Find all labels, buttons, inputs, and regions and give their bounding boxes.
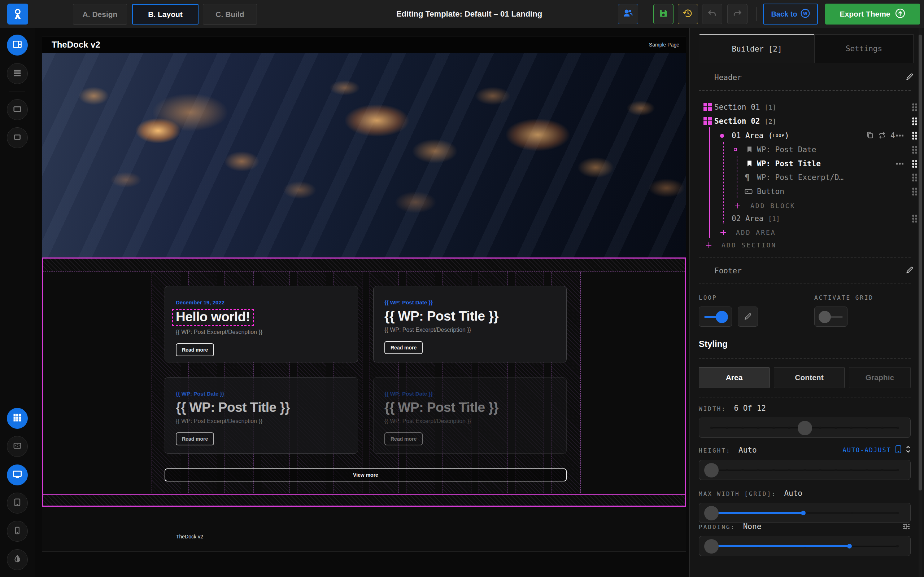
site-nav-link[interactable]: Sample Page bbox=[649, 42, 679, 48]
tree-row-footer[interactable]: Footer bbox=[690, 265, 924, 277]
post-date[interactable]: {{ WP: Post Date }} bbox=[176, 390, 347, 397]
height-slider[interactable] bbox=[699, 460, 911, 480]
post-title-selection-outline[interactable]: Hello world! bbox=[172, 309, 254, 326]
post-card[interactable]: {{ WP: Post Date }} {{ WP: Post Title }}… bbox=[373, 286, 567, 363]
export-theme-button[interactable]: Export Theme bbox=[825, 3, 920, 24]
tree-row-post-excerpt[interactable]: ¶ WP: Post Excerpt/D… bbox=[690, 171, 924, 184]
more-options-icon[interactable] bbox=[895, 135, 903, 137]
padding-slider[interactable] bbox=[699, 536, 911, 556]
styling-tab-graphic[interactable]: Graphic bbox=[849, 367, 911, 388]
panel-scrollbar-thumb[interactable] bbox=[919, 35, 922, 490]
drag-handle-icon[interactable] bbox=[912, 117, 917, 126]
padding-value: None bbox=[743, 522, 762, 531]
sidebar-desktop-preview-button[interactable] bbox=[7, 464, 28, 485]
tree-row-post-title-selected[interactable]: WP: Post Title bbox=[690, 158, 924, 170]
post-excerpt[interactable]: {{ WP: Post Excerpt/Description }} bbox=[384, 418, 556, 424]
post-card[interactable]: December 19, 2022 Hello world! {{ WP: Po… bbox=[165, 286, 358, 363]
tree-row-header[interactable]: Header bbox=[690, 71, 924, 84]
slider-fill-dot[interactable] bbox=[801, 511, 806, 515]
post-title[interactable]: {{ WP: Post Title }} bbox=[384, 309, 556, 324]
copy-icon[interactable] bbox=[866, 131, 874, 141]
sidebar-tablet-preview-button[interactable] bbox=[7, 493, 28, 514]
post-excerpt[interactable]: {{ WP: Post Excerpt/Description }} bbox=[384, 327, 556, 333]
section-02-selected[interactable]: December 19, 2022 Hello world! {{ WP: Po… bbox=[42, 258, 686, 507]
pencil-icon[interactable] bbox=[905, 266, 914, 276]
slider-knob[interactable] bbox=[704, 463, 719, 477]
slider-knob[interactable] bbox=[798, 421, 812, 435]
more-options-icon[interactable] bbox=[895, 163, 903, 165]
tree-row-area-01[interactable]: 01 Area (LOOP) 4 bbox=[690, 129, 924, 142]
sidebar-layout-view-button[interactable] bbox=[7, 35, 28, 56]
drag-handle-icon[interactable] bbox=[912, 160, 917, 168]
sidebar-grid-toggle-button[interactable] bbox=[7, 408, 28, 429]
post-excerpt[interactable]: {{ WP: Post Excerpt/Description }} bbox=[176, 329, 347, 335]
post-title[interactable]: {{ WP: Post Title }} bbox=[176, 400, 347, 415]
save-button[interactable] bbox=[653, 4, 674, 24]
drag-handle-icon[interactable] bbox=[912, 187, 917, 196]
read-more-button[interactable]: Read more bbox=[176, 343, 214, 356]
tree-row-area-02[interactable]: 02 Area [1] bbox=[690, 213, 924, 225]
site-title[interactable]: TheDock v2 bbox=[52, 40, 100, 50]
add-block-button[interactable]: ADD BLOCK bbox=[690, 200, 924, 212]
sidebar-frame-box-button[interactable] bbox=[7, 127, 28, 148]
pencil-icon[interactable] bbox=[905, 73, 914, 82]
width-slider[interactable] bbox=[699, 417, 911, 438]
tab-build[interactable]: C. Build bbox=[203, 4, 257, 24]
collaborators-button[interactable] bbox=[618, 4, 638, 24]
post-title-selected[interactable]: Hello world! bbox=[176, 309, 347, 326]
add-area-button[interactable]: ADD AREA bbox=[690, 226, 924, 239]
slider-fill-dot[interactable] bbox=[847, 544, 852, 548]
sidebar-fit-view-button[interactable] bbox=[7, 436, 28, 457]
post-date[interactable]: {{ WP: Post Date }} bbox=[384, 390, 556, 397]
post-date[interactable]: December 19, 2022 bbox=[176, 299, 347, 305]
read-more-button[interactable]: Read more bbox=[384, 432, 423, 445]
auto-adjust-control[interactable]: AUTO-ADJUST bbox=[842, 445, 911, 455]
back-to-wordpress-button[interactable]: Back to W bbox=[763, 3, 818, 24]
filter-sliders-icon[interactable] bbox=[902, 522, 911, 532]
toggle-knob[interactable] bbox=[716, 311, 728, 323]
tree-row-section-01[interactable]: Section 01 [1] bbox=[690, 101, 924, 113]
add-section-button[interactable]: ADD SECTION bbox=[690, 239, 924, 251]
thedock-logo-icon[interactable] bbox=[7, 3, 28, 24]
drag-handle-icon[interactable] bbox=[912, 103, 917, 111]
panel-tab-settings[interactable]: Settings bbox=[814, 34, 914, 63]
sidebar-contrast-button[interactable] bbox=[7, 549, 28, 570]
post-date[interactable]: {{ WP: Post Date }} bbox=[384, 299, 556, 305]
slider-knob[interactable] bbox=[704, 506, 719, 521]
post-card[interactable]: {{ WP: Post Date }} {{ WP: Post Title }}… bbox=[373, 377, 567, 454]
loop-icon[interactable] bbox=[878, 131, 886, 141]
toggle-knob[interactable] bbox=[819, 311, 831, 323]
loop-edit-button[interactable] bbox=[738, 306, 758, 327]
tree-row-button[interactable]: Button bbox=[690, 185, 924, 198]
max-width-slider[interactable] bbox=[699, 503, 911, 523]
activate-grid-toggle[interactable] bbox=[814, 306, 848, 327]
tree-row-section-02[interactable]: Section 02 [2] bbox=[690, 115, 924, 127]
redo-button[interactable] bbox=[727, 4, 748, 24]
sidebar-frame-wide-button[interactable] bbox=[7, 99, 28, 120]
post-excerpt[interactable]: {{ WP: Post Excerpt/Description }} bbox=[176, 418, 347, 424]
undo-button[interactable] bbox=[702, 4, 722, 24]
styling-tab-content[interactable]: Content bbox=[774, 367, 845, 388]
read-more-button[interactable]: Read more bbox=[384, 341, 423, 354]
post-title[interactable]: {{ WP: Post Title }} bbox=[384, 400, 556, 415]
drag-handle-icon[interactable] bbox=[912, 132, 917, 140]
tab-design[interactable]: A. Design bbox=[73, 4, 127, 24]
hero-image[interactable] bbox=[42, 53, 686, 258]
loop-toggle[interactable] bbox=[699, 306, 732, 327]
tab-layout[interactable]: B. Layout bbox=[132, 4, 199, 24]
up-down-arrows-icon[interactable] bbox=[906, 445, 911, 455]
drag-handle-icon[interactable] bbox=[912, 146, 917, 154]
drag-handle-icon[interactable] bbox=[912, 174, 917, 182]
read-more-button[interactable]: Read more bbox=[176, 432, 214, 445]
tree-row-post-date[interactable]: WP: Post Date bbox=[690, 143, 924, 156]
sidebar-mobile-preview-button[interactable] bbox=[7, 521, 28, 542]
drag-handle-icon[interactable] bbox=[912, 214, 917, 223]
history-button[interactable] bbox=[678, 4, 698, 24]
view-more-button[interactable]: View more bbox=[165, 469, 567, 482]
post-card[interactable]: {{ WP: Post Date }} {{ WP: Post Title }}… bbox=[165, 377, 358, 454]
sidebar-rows-view-button[interactable] bbox=[7, 63, 28, 84]
panel-tab-builder[interactable]: Builder [2] bbox=[699, 34, 814, 63]
styling-tab-area[interactable]: Area bbox=[699, 367, 769, 388]
block-post-excerpt-label: WP: Post Excerpt/D… bbox=[757, 173, 843, 182]
slider-knob[interactable] bbox=[704, 539, 719, 554]
